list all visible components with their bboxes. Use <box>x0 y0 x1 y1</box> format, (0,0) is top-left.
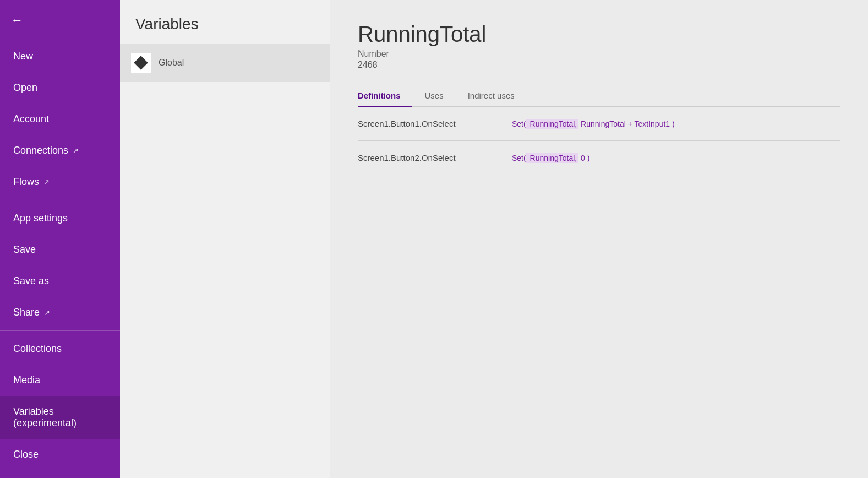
sidebar-item-media[interactable]: Media <box>0 365 120 396</box>
back-arrow-icon: ← <box>11 13 23 28</box>
sidebar-item-label-close: Close <box>13 449 39 460</box>
sidebar-nav: New Open Account Connections ↗ Flows ↗ A… <box>0 41 120 478</box>
sidebar-item-label-variables: Variables (experimental) <box>13 406 107 429</box>
def-formula-2: Set( RunningTotal, 0 ) <box>512 141 840 175</box>
variable-icon-wrapper <box>131 53 151 73</box>
sidebar-item-new[interactable]: New <box>0 41 120 72</box>
formula-link-1[interactable]: Set( RunningTotal, RunningTotal + TextIn… <box>512 119 675 129</box>
formula-pre-1: Set( <box>512 120 526 128</box>
tab-uses[interactable]: Uses <box>425 85 455 107</box>
sidebar-item-connections[interactable]: Connections ↗ <box>0 135 120 166</box>
variable-detail-name: RunningTotal <box>358 22 840 47</box>
formula-highlight-2: RunningTotal, <box>526 153 579 163</box>
formula-pre-2: Set( <box>512 154 526 162</box>
diamond-icon <box>134 56 148 69</box>
sidebar: ← New Open Account Connections ↗ Flows ↗… <box>0 0 120 478</box>
sidebar-item-save[interactable]: Save <box>0 234 120 265</box>
variables-panel-title: Variables <box>135 15 315 33</box>
detail-tabs: Definitions Uses Indirect uses <box>358 85 840 107</box>
main-content: RunningTotal Number 2468 Definitions Use… <box>330 0 868 478</box>
sidebar-item-label-save-as: Save as <box>13 275 49 287</box>
sidebar-item-share[interactable]: Share ↗ <box>0 297 120 328</box>
sidebar-item-label-collections: Collections <box>13 343 62 355</box>
table-row: Screen1.Button1.OnSelect Set( RunningTot… <box>358 107 840 141</box>
variables-panel: Variables Global <box>120 0 330 478</box>
variable-detail-value: 2468 <box>358 60 840 70</box>
sidebar-item-label-open: Open <box>13 82 37 94</box>
formula-highlight-1: RunningTotal, <box>526 119 579 129</box>
formula-link-2[interactable]: Set( RunningTotal, 0 ) <box>512 153 589 163</box>
sidebar-item-label-save: Save <box>13 244 36 256</box>
sidebar-item-variables[interactable]: Variables (experimental) <box>0 396 120 439</box>
variable-detail-type: Number <box>358 49 840 59</box>
def-formula-1: Set( RunningTotal, RunningTotal + TextIn… <box>512 107 840 141</box>
sidebar-item-collections[interactable]: Collections <box>0 333 120 365</box>
variables-header: Variables <box>120 0 330 44</box>
nav-divider <box>0 200 120 200</box>
sidebar-item-app-settings[interactable]: App settings <box>0 203 120 234</box>
sidebar-item-open[interactable]: Open <box>0 72 120 104</box>
definitions-table: Screen1.Button1.OnSelect Set( RunningTot… <box>358 107 840 175</box>
external-link-icon: ↗ <box>44 308 50 317</box>
tab-indirect-uses[interactable]: Indirect uses <box>468 85 526 107</box>
table-row: Screen1.Button2.OnSelect Set( RunningTot… <box>358 141 840 175</box>
external-link-icon: ↗ <box>73 146 79 155</box>
sidebar-item-account[interactable]: Account <box>0 104 120 135</box>
sidebar-item-label-account: Account <box>13 113 49 125</box>
sidebar-item-save-as[interactable]: Save as <box>0 265 120 297</box>
sidebar-item-flows[interactable]: Flows ↗ <box>0 166 120 198</box>
external-link-icon: ↗ <box>43 178 50 186</box>
sidebar-item-label-app-settings: App settings <box>13 213 68 224</box>
nav-divider-2 <box>0 330 120 331</box>
sidebar-item-label-new: New <box>13 51 33 62</box>
sidebar-item-label-flows: Flows <box>13 176 39 188</box>
def-screen-property-1: Screen1.Button1.OnSelect <box>358 107 512 141</box>
sidebar-item-close[interactable]: Close <box>0 439 120 470</box>
sidebar-item-label-media: Media <box>13 374 40 386</box>
sidebar-item-label-connections: Connections <box>13 145 68 156</box>
tab-definitions[interactable]: Definitions <box>358 85 412 107</box>
variable-global-item[interactable]: Global <box>120 44 330 82</box>
back-button[interactable]: ← <box>0 0 120 41</box>
formula-post-2: 0 ) <box>578 154 589 162</box>
def-screen-property-2: Screen1.Button2.OnSelect <box>358 141 512 175</box>
formula-post-1: RunningTotal + TextInput1 ) <box>578 120 674 128</box>
variable-global-label: Global <box>159 58 184 68</box>
sidebar-item-label-share: Share <box>13 307 40 318</box>
